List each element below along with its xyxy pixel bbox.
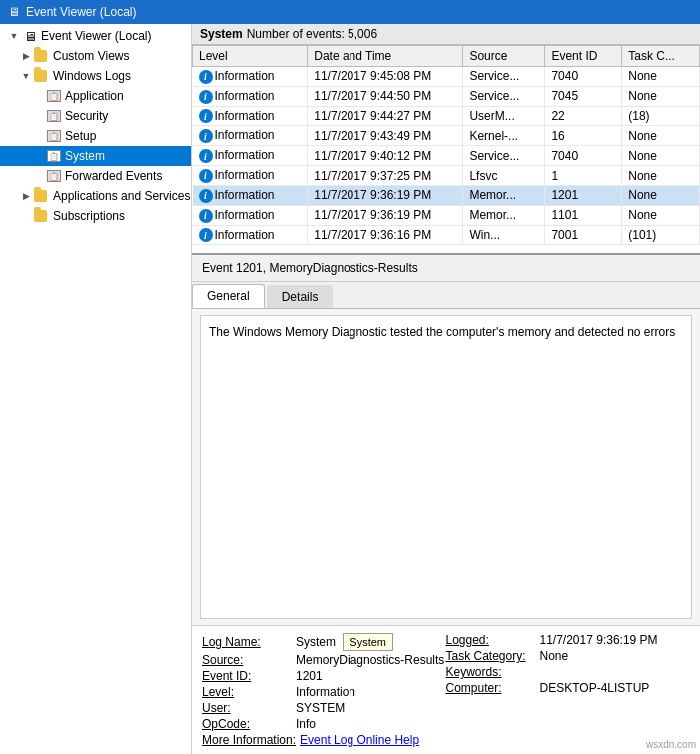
- sidebar-item-system[interactable]: ▶ 📋 System: [0, 146, 191, 166]
- sidebar-item-windows-logs[interactable]: ▼ Windows Logs: [0, 66, 191, 86]
- cell-eventId: 7040: [545, 67, 622, 87]
- meta-user: User: SYSTEM: [202, 700, 446, 716]
- info-icon: i: [199, 209, 213, 223]
- meta-taskcategory: Task Category: None: [446, 648, 691, 664]
- table-row[interactable]: iInformation11/7/2017 9:45:08 PMService.…: [193, 67, 700, 87]
- meta-level: Level: Information: [202, 684, 446, 700]
- folder-icon: [34, 208, 50, 224]
- cell-datetime: 11/7/2017 9:36:16 PM: [308, 225, 463, 245]
- title-bar-icon: 🖥: [8, 5, 20, 19]
- cell-level: iInformation: [193, 225, 308, 245]
- info-icon: i: [199, 90, 213, 104]
- col-datetime[interactable]: Date and Time: [308, 46, 463, 67]
- sidebar-label: Subscriptions: [53, 209, 125, 223]
- log-icon: 📋: [46, 148, 62, 164]
- meta-moreinfo: More Information: Event Log Online Help: [202, 732, 446, 748]
- cell-level: iInformation: [193, 185, 308, 205]
- tab-details[interactable]: Details: [267, 285, 334, 308]
- watermark: wsxdn.com: [646, 739, 696, 750]
- cell-task: None: [622, 166, 700, 186]
- title-bar: 🖥 Event Viewer (Local): [0, 0, 700, 24]
- table-row[interactable]: iInformation11/7/2017 9:37:25 PMLfsvc1No…: [193, 166, 700, 186]
- sidebar-item-security[interactable]: ▶ 📋 Security: [0, 106, 191, 126]
- cell-source: Kernel-...: [463, 126, 545, 146]
- cell-eventId: 16: [545, 126, 622, 146]
- sidebar-item-subscriptions[interactable]: ▶ Subscriptions: [0, 206, 191, 226]
- cell-level: iInformation: [193, 106, 308, 126]
- event-table-area[interactable]: Level Date and Time Source Event ID Task…: [192, 45, 700, 255]
- meta-taskcategory-label: Task Category:: [446, 649, 536, 663]
- sidebar-item-root[interactable]: ▼ 🖥 Event Viewer (Local): [0, 26, 191, 46]
- cell-source: Win...: [463, 225, 545, 245]
- log-name-label: System: [200, 27, 243, 41]
- log-icon: 📋: [46, 168, 62, 184]
- cell-level: iInformation: [193, 86, 308, 106]
- meta-computer-label: Computer:: [446, 681, 536, 695]
- cell-datetime: 11/7/2017 9:44:50 PM: [308, 86, 463, 106]
- cell-task: None: [622, 126, 700, 146]
- col-eventid[interactable]: Event ID: [545, 46, 622, 67]
- sidebar-label: Application: [65, 89, 124, 103]
- sidebar-item-apps-services[interactable]: ▶ Applications and Services Lo: [0, 186, 191, 206]
- col-task[interactable]: Task C...: [622, 46, 700, 67]
- event-count-label: Number of events: 5,006: [247, 27, 377, 41]
- event-list-header: System Number of events: 5,006: [192, 24, 700, 45]
- cell-level: iInformation: [193, 67, 308, 87]
- table-row[interactable]: iInformation11/7/2017 9:36:19 PMMemor...…: [193, 205, 700, 225]
- meta-source: Source: MemoryDiagnostics-Results: [202, 652, 446, 668]
- cell-datetime: 11/7/2017 9:37:25 PM: [308, 166, 463, 186]
- log-icon: 📋: [46, 88, 62, 104]
- meta-logged-label: Logged:: [446, 633, 536, 647]
- cell-level: iInformation: [193, 146, 308, 166]
- cell-task: None: [622, 185, 700, 205]
- expander-icon: ▼: [8, 30, 20, 42]
- cell-eventId: 1101: [545, 205, 622, 225]
- cell-task: None: [622, 205, 700, 225]
- title-bar-label: Event Viewer (Local): [26, 5, 137, 19]
- meta-moreinfo-link[interactable]: Event Log Online Help: [300, 733, 419, 747]
- sidebar-item-forwarded-events[interactable]: ▶ 📋 Forwarded Events: [0, 166, 191, 186]
- cell-datetime: 11/7/2017 9:40:12 PM: [308, 146, 463, 166]
- meta-computer-value: DESKTOP-4LISTUP: [540, 681, 650, 695]
- meta-user-value: SYSTEM: [296, 701, 345, 715]
- sidebar-label: Setup: [65, 129, 96, 143]
- tab-general[interactable]: General: [192, 284, 265, 308]
- meta-source-label: Source:: [202, 653, 292, 667]
- folder-icon: [34, 68, 50, 84]
- sidebar-item-application[interactable]: ▶ 📋 Application: [0, 86, 191, 106]
- sidebar-item-setup[interactable]: ▶ 📋 Setup: [0, 126, 191, 146]
- col-level[interactable]: Level: [193, 46, 308, 67]
- table-row[interactable]: iInformation11/7/2017 9:43:49 PMKernel-.…: [193, 126, 700, 146]
- cell-datetime: 11/7/2017 9:45:08 PM: [308, 67, 463, 87]
- col-source[interactable]: Source: [463, 46, 545, 67]
- cell-source: Memor...: [463, 185, 545, 205]
- meta-opcode: OpCode: Info: [202, 716, 446, 732]
- meta-opcode-value: Info: [296, 717, 316, 731]
- sidebar-label: Custom Views: [53, 49, 129, 63]
- right-panel: System Number of events: 5,006 Level Dat…: [192, 24, 700, 754]
- table-row[interactable]: iInformation11/7/2017 9:44:50 PMService.…: [193, 86, 700, 106]
- folder-icon: [34, 188, 50, 204]
- meta-level-label: Level:: [202, 685, 292, 699]
- info-icon: i: [199, 169, 213, 183]
- table-row[interactable]: iInformation11/7/2017 9:36:19 PMMemor...…: [193, 185, 700, 205]
- sidebar-label: Forwarded Events: [65, 169, 162, 183]
- meta-logged-value: 11/7/2017 9:36:19 PM: [540, 633, 658, 647]
- cell-level: iInformation: [193, 205, 308, 225]
- table-row[interactable]: iInformation11/7/2017 9:36:16 PMWin...70…: [193, 225, 700, 245]
- cell-level: iInformation: [193, 166, 308, 186]
- table-row[interactable]: iInformation11/7/2017 9:40:12 PMService.…: [193, 146, 700, 166]
- meta-logname-value: System System: [296, 633, 393, 651]
- meta-moreinfo-label: More Information:: [202, 733, 296, 747]
- cell-eventId: 22: [545, 106, 622, 126]
- cell-eventId: 1201: [545, 185, 622, 205]
- sidebar-item-custom-views[interactable]: ▶ Custom Views: [0, 46, 191, 66]
- table-row[interactable]: iInformation11/7/2017 9:44:27 PMUserM...…: [193, 106, 700, 126]
- expander-icon: ▼: [20, 70, 32, 82]
- cell-source: Service...: [463, 67, 545, 87]
- log-icon: 📋: [46, 108, 62, 124]
- sidebar-label: Event Viewer (Local): [41, 29, 152, 43]
- log-icon: 📋: [46, 128, 62, 144]
- cell-task: None: [622, 146, 700, 166]
- info-icon: i: [199, 129, 213, 143]
